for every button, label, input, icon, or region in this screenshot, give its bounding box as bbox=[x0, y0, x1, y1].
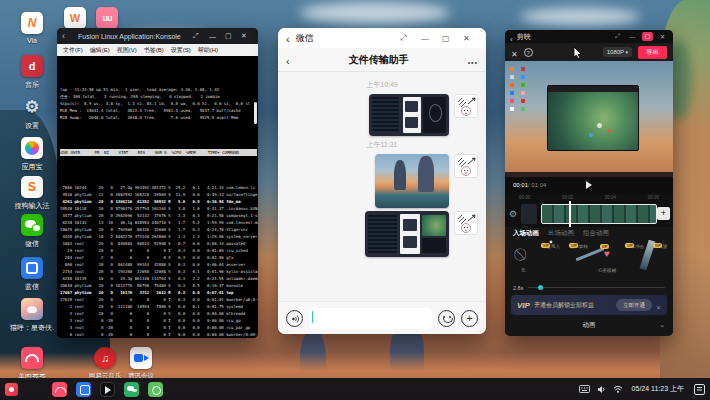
panel-label: 动画 bbox=[583, 321, 596, 330]
desktop-icon[interactable]: ♫ 网易云音乐 bbox=[86, 347, 124, 381]
launcher-icon[interactable] bbox=[5, 383, 18, 396]
desktop-icon[interactable]: d 音乐 bbox=[10, 55, 54, 90]
taskbar-app-icon[interactable] bbox=[148, 382, 163, 397]
desktop-icon[interactable]: W bbox=[62, 7, 88, 29]
menu-item[interactable]: 编辑(E) bbox=[90, 46, 110, 55]
back-icon[interactable] bbox=[62, 31, 74, 41]
animation-tab[interactable]: 出场动画 bbox=[548, 229, 574, 238]
emoji-icon[interactable] bbox=[438, 310, 455, 327]
animation-effects-row: 无 VIP 渐显甩入 VIP 炫光旋转 VIP 心形模糊 VIP 棱镜冲击 VI… bbox=[505, 240, 673, 282]
wechat-titlebar[interactable]: 微信 bbox=[278, 28, 486, 48]
resolution-dropdown[interactable]: 1080P bbox=[603, 47, 632, 57]
animation-effect-card[interactable]: VIP 棱镜冲击 bbox=[623, 242, 647, 282]
taskbar-clock[interactable]: 05/24 11:23 上午 bbox=[632, 384, 684, 394]
chat-messages[interactable]: 上午10:49 上午11:21 bbox=[278, 72, 486, 301]
netease-music-icon: ♫ bbox=[94, 347, 116, 369]
animation-tab[interactable]: 组合动画 bbox=[583, 229, 609, 238]
timeline-settings-icon[interactable] bbox=[509, 209, 517, 219]
detach-icon[interactable] bbox=[400, 33, 415, 43]
help-icon[interactable] bbox=[524, 48, 533, 57]
taskbar-lanxin-icon[interactable] bbox=[76, 382, 91, 397]
desktop-icon[interactable]: N Via bbox=[10, 12, 54, 44]
editor-title: 剪映 bbox=[517, 32, 531, 42]
desktop-icon[interactable]: uu bbox=[94, 7, 120, 29]
desktop-icon[interactable]: 微信 bbox=[10, 214, 54, 249]
close-button[interactable] bbox=[657, 33, 668, 40]
process-row: 4526 phytium 12 -8 2882592 105220 19504 … bbox=[60, 191, 258, 198]
editor-titlebar[interactable]: 剪映 bbox=[505, 30, 673, 43]
menu-item[interactable]: 视图(V) bbox=[117, 46, 137, 55]
vip-subscribe-button[interactable]: 立即开通 bbox=[616, 299, 652, 311]
video-clip-strip[interactable] bbox=[541, 204, 657, 224]
maximize-button[interactable] bbox=[442, 34, 457, 43]
desktop-icon[interactable]: 猫呼：星奇侠… bbox=[10, 298, 54, 333]
animation-tab[interactable]: 入场动画 bbox=[513, 229, 539, 238]
process-row: 19 root 20 0 0 0 0 I 0.3 0.0 0:01.69 rcu… bbox=[60, 247, 258, 254]
close-project-icon[interactable] bbox=[511, 43, 518, 61]
slider-knob[interactable] bbox=[538, 285, 543, 290]
maximize-button[interactable] bbox=[225, 32, 237, 40]
terminal-output[interactable]: top - 11:23:58 up 51 min, 1 user, load a… bbox=[57, 56, 258, 338]
timeline-track[interactable] bbox=[505, 201, 673, 227]
add-clip-button[interactable] bbox=[657, 207, 670, 220]
keyboard-icon[interactable] bbox=[579, 385, 590, 393]
duration-slider[interactable] bbox=[528, 287, 665, 289]
back-icon[interactable] bbox=[286, 29, 290, 47]
konsole-window: Fusion Linux Application:Konsole 文件(F)编辑… bbox=[57, 28, 258, 338]
menu-item[interactable]: 文件(F) bbox=[63, 46, 83, 55]
sent-image-landscape[interactable] bbox=[375, 154, 449, 208]
original-audio-clip[interactable] bbox=[521, 204, 537, 224]
konsole-titlebar[interactable]: Fusion Linux Application:Konsole bbox=[57, 28, 258, 44]
more-attachments-icon[interactable] bbox=[461, 310, 478, 327]
doodle-avatar-art bbox=[455, 155, 479, 179]
sent-image-desktop-screenshot[interactable] bbox=[365, 211, 449, 257]
animation-effect-card[interactable]: VIP 渐显甩入 bbox=[539, 242, 563, 282]
chat-menu-icon[interactable] bbox=[468, 51, 478, 69]
minimize-button[interactable] bbox=[209, 33, 221, 40]
desktop-icon[interactable]: S 搜狗输入法 bbox=[10, 176, 54, 211]
close-button[interactable] bbox=[463, 34, 478, 43]
play-icon[interactable] bbox=[586, 181, 592, 189]
menu-item[interactable]: 书签(B) bbox=[144, 46, 164, 55]
desktop-icon[interactable]: 腾讯会议 bbox=[122, 347, 160, 381]
desktop-icon[interactable]: 蓝信 bbox=[10, 257, 54, 292]
animation-effect-card[interactable]: VIP 渐显 bbox=[651, 242, 673, 282]
menu-item[interactable]: 帮助(H) bbox=[198, 46, 218, 55]
export-button[interactable]: 导出 bbox=[638, 46, 667, 59]
playhead[interactable] bbox=[569, 201, 571, 227]
app-title: 微信 bbox=[296, 32, 314, 45]
terminal-scrollbar[interactable] bbox=[254, 102, 257, 124]
minimize-button[interactable] bbox=[421, 34, 436, 43]
process-row: 20548 10118 20 0 5790476 257794 163164 S… bbox=[60, 205, 258, 212]
collapse-panel-icon[interactable] bbox=[659, 321, 665, 329]
network-icon[interactable] bbox=[613, 385, 623, 393]
menu-item[interactable]: 设置(S) bbox=[171, 46, 191, 55]
avatar[interactable] bbox=[454, 154, 478, 178]
notification-center-icon[interactable] bbox=[694, 384, 705, 395]
volume-icon[interactable] bbox=[597, 385, 606, 394]
avatar[interactable] bbox=[454, 211, 478, 235]
ruler-tick-label: 00:00 bbox=[519, 195, 530, 200]
animation-effect-card[interactable]: VIP 炫光旋转 bbox=[567, 242, 591, 282]
close-button[interactable] bbox=[241, 32, 253, 40]
sent-image-desktop-screenshot[interactable] bbox=[369, 94, 449, 136]
taskbar-meitu-icon[interactable] bbox=[52, 382, 67, 397]
video-preview[interactable] bbox=[505, 61, 673, 177]
detach-icon[interactable] bbox=[193, 32, 205, 40]
minimize-button[interactable] bbox=[627, 34, 638, 40]
maximize-button[interactable] bbox=[642, 32, 653, 41]
message-input[interactable] bbox=[309, 308, 432, 329]
desktop-icon-label: 猫呼：星奇侠… bbox=[10, 323, 54, 333]
voice-message-icon[interactable] bbox=[286, 310, 303, 327]
vip-banner-close-icon[interactable] bbox=[656, 296, 661, 314]
taskbar-video-editor-icon[interactable] bbox=[100, 382, 115, 397]
desktop-icon[interactable]: 美图秀秀 bbox=[10, 347, 54, 382]
animation-effect-card[interactable]: 无 bbox=[511, 242, 535, 282]
detach-icon[interactable] bbox=[612, 33, 623, 40]
desktop-icon[interactable]: ⚙ 设置 bbox=[10, 96, 54, 131]
desktop-icon[interactable]: 应用宝 bbox=[10, 137, 54, 172]
taskbar-wechat-icon[interactable] bbox=[124, 382, 139, 397]
process-row: 2 root 20 0 0 0 0 S 0.0 0.0 0:00.00 kthr… bbox=[60, 310, 258, 317]
game-app-icon bbox=[21, 298, 43, 320]
avatar[interactable] bbox=[454, 94, 478, 118]
